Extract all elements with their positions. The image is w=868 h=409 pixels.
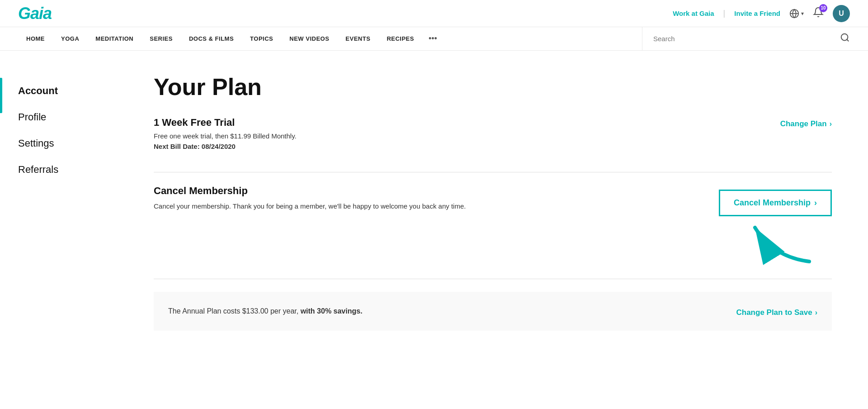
change-plan-to-save-link[interactable]: Change Plan to Save › [736, 305, 818, 317]
search-button[interactable] [840, 33, 850, 45]
annual-plan-text: The Annual Plan costs $133.00 per year, … [168, 307, 363, 315]
change-plan-link[interactable]: Change Plan › [780, 117, 832, 128]
sidebar-item-referrals[interactable]: Referrals [18, 157, 108, 183]
plan-next-bill: Next Bill Date: 08/24/2020 [154, 143, 297, 150]
logo[interactable]: Gaia [18, 4, 52, 23]
top-nav-right: Work at Gaia | Invite a Friend ▾ 10 U [673, 5, 850, 22]
plan-section-row: 1 Week Free Trial Free one week trial, t… [154, 117, 832, 172]
plan-section: 1 Week Free Trial Free one week trial, t… [154, 117, 832, 172]
cancel-action-area: Cancel Membership › [719, 185, 832, 266]
notifications-button[interactable]: 10 [813, 7, 824, 20]
main-content: Your Plan 1 Week Free Trial Free one wee… [127, 51, 868, 409]
work-at-gaia-link[interactable]: Work at Gaia [673, 10, 714, 17]
cancel-description: Cancel your membership. Thank you for be… [154, 201, 466, 212]
cancel-section-row: Cancel Membership Cancel your membership… [154, 185, 832, 279]
nav-yoga[interactable]: YOGA [53, 27, 87, 51]
change-plan-label: Change Plan [780, 119, 827, 128]
nav-divider: | [723, 9, 726, 18]
svg-line-3 [847, 39, 849, 41]
nav-docs-films[interactable]: DOCS & FILMS [181, 27, 242, 51]
nav-new-videos[interactable]: NEW VIDEOS [281, 27, 337, 51]
nav-meditation[interactable]: MEDITATION [87, 27, 142, 51]
nav-events[interactable]: EVENTS [337, 27, 378, 51]
nav-home[interactable]: HOME [18, 27, 53, 51]
section-divider-1 [154, 172, 832, 172]
sidebar: Account Profile Settings Referrals [0, 51, 127, 409]
page-layout: Account Profile Settings Referrals Your … [0, 51, 868, 409]
cancel-section: Cancel Membership Cancel your membership… [154, 185, 832, 279]
sidebar-item-profile[interactable]: Profile [18, 104, 108, 130]
cancel-membership-label: Cancel Membership [734, 198, 811, 208]
page-title: Your Plan [154, 73, 832, 100]
nav-series[interactable]: SERIES [142, 27, 181, 51]
sidebar-active-indicator [0, 78, 2, 113]
change-plan-to-save-chevron: › [815, 309, 817, 317]
globe-icon [789, 9, 799, 19]
section-divider-2 [154, 279, 832, 279]
annual-section: The Annual Plan costs $133.00 per year, … [154, 292, 832, 331]
annual-text-prefix: The Annual Plan costs $133.00 per year, [168, 307, 298, 315]
notification-badge: 10 [819, 4, 827, 12]
cancel-membership-button[interactable]: Cancel Membership › [719, 190, 832, 216]
nav-recipes[interactable]: RECIPES [378, 27, 422, 51]
cancel-title: Cancel Membership [154, 185, 466, 197]
nav-more[interactable]: ••• [422, 27, 443, 51]
change-plan-chevron: › [830, 120, 832, 128]
nav-items: HOME YOGA MEDITATION SERIES DOCS & FILMS… [18, 27, 642, 51]
svg-point-2 [841, 34, 848, 41]
search-icon [840, 33, 850, 43]
invite-friend-link[interactable]: Invite a Friend [734, 10, 780, 17]
annual-text-bold: with 30% savings. [298, 307, 362, 315]
top-navigation: Gaia Work at Gaia | Invite a Friend ▾ 10… [0, 0, 868, 27]
main-navigation: HOME YOGA MEDITATION SERIES DOCS & FILMS… [0, 27, 868, 51]
change-plan-to-save-label: Change Plan to Save [736, 308, 812, 317]
cancel-membership-chevron: › [814, 198, 817, 208]
sidebar-item-settings[interactable]: Settings [18, 130, 108, 157]
plan-details: 1 Week Free Trial Free one week trial, t… [154, 117, 297, 159]
plan-name: 1 Week Free Trial [154, 117, 297, 128]
language-selector[interactable]: ▾ [789, 9, 804, 19]
search-input[interactable] [653, 35, 835, 43]
arrow-indicator [746, 221, 818, 266]
globe-chevron: ▾ [801, 10, 804, 17]
nav-topics[interactable]: TOPICS [242, 27, 281, 51]
cancel-details: Cancel Membership Cancel your membership… [154, 185, 466, 212]
sidebar-item-account[interactable]: Account [18, 78, 108, 104]
user-avatar[interactable]: U [833, 5, 850, 22]
search-area [642, 27, 850, 51]
plan-description: Free one week trial, then $11.99 Billed … [154, 132, 297, 140]
